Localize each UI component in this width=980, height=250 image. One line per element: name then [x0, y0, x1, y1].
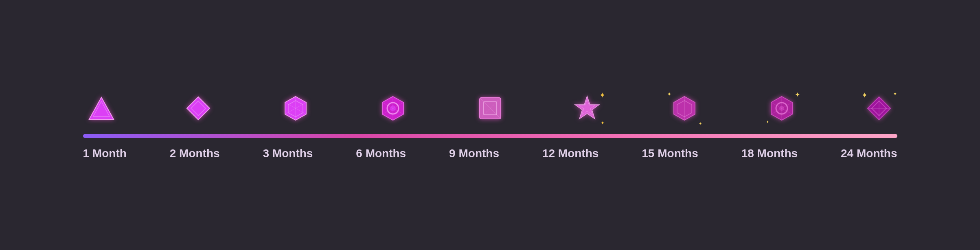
hexagon-simple-icon — [282, 94, 309, 122]
sparkle-15months-tl: ✦ — [667, 91, 672, 97]
icon-15months: ✦ ✦ — [666, 90, 703, 127]
svg-marker-2 — [187, 97, 210, 120]
triangle-icon — [87, 94, 116, 123]
hexagon-ring2-icon — [768, 94, 796, 122]
svg-marker-0 — [89, 97, 114, 119]
labels-row: 1 Month 2 Months 3 Months 6 Months 9 Mon… — [83, 147, 897, 160]
label-2months: 2 Months — [170, 147, 220, 160]
icon-9months — [472, 90, 509, 127]
icons-row: ✦ ✦ ✦ ✦ — [83, 90, 897, 127]
milestone-3months — [277, 90, 314, 127]
icon-6months — [375, 90, 411, 127]
progress-bar — [83, 134, 897, 138]
label-1month: 1 Month — [83, 147, 127, 160]
milestone-2months — [180, 90, 217, 127]
label-9months: 9 Months — [449, 147, 499, 160]
icon-18months: ✦ ✦ — [763, 90, 800, 127]
sparkle-12months-br: ✦ — [601, 120, 605, 126]
icon-3months — [277, 90, 314, 127]
star-icon — [572, 94, 602, 123]
sparkle-15months-br: ✦ — [699, 121, 702, 126]
milestone-18months: ✦ ✦ — [763, 90, 800, 127]
sparkle-12months-tr: ✦ — [599, 91, 605, 100]
icon-12months: ✦ ✦ — [569, 90, 605, 127]
icon-1month — [83, 90, 120, 127]
milestone-12months: ✦ ✦ — [569, 90, 605, 127]
timeline-container: ✦ ✦ ✦ ✦ — [42, 90, 938, 160]
diamond-icon — [184, 94, 212, 122]
sparkle-18months-bl: ✦ — [766, 120, 769, 124]
milestone-6months — [375, 90, 411, 127]
label-3months: 3 Months — [263, 147, 313, 160]
label-6months: 6 Months — [356, 147, 406, 160]
diamond-sparkle-icon — [865, 94, 893, 122]
icon-24months: ✦ ✦ — [861, 90, 897, 127]
hexagon-ring-icon — [379, 94, 407, 122]
sparkle-24months-tl: ✦ — [862, 91, 868, 100]
milestone-15months: ✦ ✦ — [666, 90, 703, 127]
milestone-1month — [83, 90, 120, 127]
milestone-24months: ✦ ✦ — [861, 90, 897, 127]
icon-2months — [180, 90, 217, 127]
label-15months: 15 Months — [642, 147, 698, 160]
label-18months: 18 Months — [741, 147, 798, 160]
sparkle-18months-tr: ✦ — [795, 91, 800, 99]
gem-sparkle-icon — [671, 94, 698, 122]
square-icon — [476, 94, 504, 122]
sparkle-24months-tr: ✦ — [893, 91, 897, 97]
label-24months: 24 Months — [841, 147, 897, 160]
milestone-9months — [472, 90, 509, 127]
label-12months: 12 Months — [542, 147, 599, 160]
